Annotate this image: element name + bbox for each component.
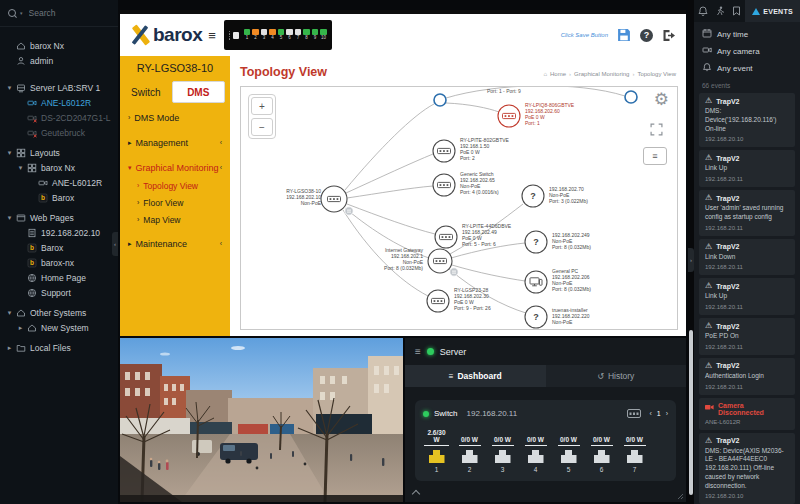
save-icon[interactable] — [617, 28, 631, 42]
event-card[interactable]: ⚠TrapV2PoE PD On192.168.20.11 — [699, 318, 795, 355]
tab-events[interactable]: EVENTS — [745, 0, 800, 22]
poe-port-6[interactable]: 0/0 W6 — [589, 428, 614, 473]
search-input[interactable] — [27, 7, 103, 19]
event-card[interactable]: ⚠TrapV2Authentication Login192.168.20.11 — [699, 358, 795, 395]
poe-port-5[interactable]: 0/0 W5 — [556, 428, 581, 473]
poe-port-2[interactable]: 0/0 W2 — [457, 428, 482, 473]
pager-prev-icon[interactable]: ‹ — [649, 410, 651, 417]
tree-item-home-page[interactable]: Home Page — [0, 270, 118, 285]
event-card[interactable]: ⚠TrapV2DMS: Device(AXIS M2036-LE - BEA44… — [699, 433, 795, 504]
menu-hamburger-icon[interactable]: ≡ — [208, 28, 216, 43]
tree-item-barox[interactable]: bBarox — [0, 240, 118, 255]
breadcrumb-home[interactable]: Home — [550, 71, 566, 77]
tree-item-barox[interactable]: bBarox — [0, 190, 118, 205]
tree-item-ane-l6012r[interactable]: ANE-L6012R — [0, 95, 118, 110]
topology-node-unknown-70[interactable]: ? — [522, 185, 544, 207]
topology-node-lpiq8[interactable] — [498, 105, 520, 127]
tree-item-barox-nx[interactable]: bbarox-nx — [0, 255, 118, 270]
topology-node-lpite-802[interactable] — [433, 140, 455, 162]
bookmarks-icon[interactable] — [728, 0, 745, 22]
tree-item-server-lab-srv-1[interactable]: ▾Server LAB:SRV 1 — [0, 80, 118, 95]
tree-item-barox-nx[interactable]: ▾barox Nx — [0, 160, 118, 175]
scroll-up-chevron-icon[interactable] — [412, 490, 420, 498]
menu-item-graphical-monitoring[interactable]: ▾Graphical Monitoring‹ — [120, 158, 230, 177]
tree-item-other-systems[interactable]: ▾Other Systems — [0, 305, 118, 320]
filter-any-camera[interactable]: Any camera — [702, 45, 792, 57]
tree-caret-icon[interactable]: ▾ — [6, 84, 13, 92]
tree-item-admin[interactable]: admin — [0, 53, 118, 68]
topology-node-gateway[interactable] — [428, 249, 458, 276]
event-card[interactable]: ⚠TrapV2Link Up192.168.20.11 — [699, 278, 795, 315]
menu-item-map-view[interactable]: ›Map View — [120, 211, 230, 228]
fullscreen-icon[interactable] — [650, 123, 663, 136]
pager-next-icon[interactable]: › — [666, 410, 668, 417]
search-row[interactable]: ▾ — [0, 0, 118, 27]
topology-node-lgsp23[interactable] — [427, 290, 449, 312]
topology-node-generic-switch[interactable] — [433, 174, 455, 196]
menu-item-topology-view[interactable]: ›Topology View — [120, 177, 230, 194]
tab-history[interactable]: ↺ History — [546, 365, 687, 387]
zoom-out-button[interactable]: − — [251, 118, 273, 136]
topology-node-general-pc[interactable] — [525, 271, 547, 293]
topology-node-uplink-b[interactable] — [625, 91, 637, 103]
help-icon[interactable]: ? — [640, 29, 653, 42]
dashboard-menu-icon[interactable]: ≡ — [415, 346, 421, 357]
topology-node-root[interactable] — [321, 186, 353, 215]
tree-caret-icon[interactable]: ▾ — [6, 214, 13, 222]
events-scrollbar-thumb[interactable] — [689, 330, 693, 495]
filter-any-time[interactable]: Any time — [702, 28, 792, 40]
tree-item-local-files[interactable]: ▸Local Files — [0, 340, 118, 355]
tree-item-layouts[interactable]: ▾Layouts — [0, 145, 118, 160]
tree-item-web-pages[interactable]: ▾Web Pages — [0, 210, 118, 225]
menu-item-dms-mode[interactable]: ›DMS Mode — [120, 108, 230, 127]
menu-item-management[interactable]: ▸Management‹ — [120, 133, 230, 152]
menu-item-floor-view[interactable]: ›Floor View — [120, 194, 230, 211]
motion-icon[interactable] — [711, 0, 728, 22]
topology-node-truenas[interactable]: ? — [525, 306, 547, 328]
notifications-bell-icon[interactable] — [694, 0, 711, 22]
topology-list-view-button[interactable]: ≡ — [643, 147, 667, 165]
resize-grip-icon[interactable] — [676, 492, 684, 500]
barox-dms-webpage-tile[interactable]: barox ≡ 12345678910 Click Save Button ? — [120, 10, 686, 336]
tree-item-barox-nx[interactable]: barox Nx — [0, 38, 118, 53]
tree-caret-icon[interactable]: ▾ — [6, 309, 13, 317]
tab-switch[interactable]: Switch — [120, 80, 172, 104]
event-card[interactable]: ⚠TrapV2Link Down192.168.20.11 — [699, 239, 795, 276]
tab-dashboard[interactable]: ≡ Dashboard — [405, 365, 546, 387]
server-dashboard-tile[interactable]: ≡ Server ≡ Dashboard ↺ History — [405, 338, 686, 502]
logout-icon[interactable] — [662, 29, 676, 42]
camera-tile-ane-l6012r[interactable] — [120, 338, 403, 502]
topology-canvas[interactable]: Port: 1 - Port: 9RY-LGSO38-10192.168.202… — [240, 86, 678, 330]
tree-item-ds-2cd2047g1-l[interactable]: DS-2CD2047G1-L — [0, 110, 118, 125]
menu-item-maintenance[interactable]: ▸Maintenance‹ — [120, 234, 230, 253]
panel-splitter[interactable]: › — [688, 0, 694, 504]
breadcrumb-graphical-monitoring[interactable]: Graphical Monitoring — [574, 71, 629, 77]
tree-caret-icon[interactable]: ▾ — [6, 149, 13, 157]
switch-status-card[interactable]: Switch 192.168.20.11 ‹ 1 › — [415, 400, 676, 481]
topology-node-uplink-a[interactable] — [434, 94, 446, 106]
event-card[interactable]: ⚠TrapV2User 'admin' saved running config… — [699, 190, 795, 236]
zoom-in-button[interactable]: + — [251, 97, 273, 115]
tree-caret-icon[interactable]: ▸ — [17, 324, 24, 332]
tree-caret-icon[interactable]: ▾ — [17, 164, 24, 172]
tree-item-ane-l6012r[interactable]: ANE-L6012R — [0, 175, 118, 190]
collapse-events-panel-handle[interactable]: › — [688, 248, 694, 272]
topology-settings-gear-icon[interactable]: ⚙ — [654, 91, 669, 108]
event-card[interactable]: ⚠TrapV2DMS: Device('192.168.20.116') On-… — [699, 93, 795, 147]
poe-port-7[interactable]: 0/0 W7 — [622, 428, 647, 473]
poe-port-1[interactable]: 2.6/30 W1 — [424, 428, 449, 473]
topology-node-unknown-249[interactable]: ? — [525, 231, 547, 253]
tree-item-new-system[interactable]: ▸New System — [0, 320, 118, 335]
topology-node-lpite-44[interactable] — [435, 226, 457, 248]
event-card[interactable]: ⚠TrapV2Link Up192.168.20.11 — [699, 150, 795, 187]
tab-dms[interactable]: DMS — [172, 81, 226, 103]
poe-port-4[interactable]: 0/0 W4 — [523, 428, 548, 473]
event-card[interactable]: Camera DisconnectedANE-L6012R — [699, 398, 795, 430]
tree-item-geutebruck[interactable]: Geutebruck — [0, 125, 118, 140]
collapse-left-panel-handle[interactable]: ‹ — [112, 232, 118, 256]
tree-item-support[interactable]: Support — [0, 285, 118, 300]
tree-caret-icon[interactable]: ▸ — [6, 344, 13, 352]
tree-item-192-168-202-10[interactable]: 192.168.202.10 — [0, 225, 118, 240]
poe-port-3[interactable]: 0/0 W3 — [490, 428, 515, 473]
filter-any-event[interactable]: Any event — [702, 62, 792, 74]
